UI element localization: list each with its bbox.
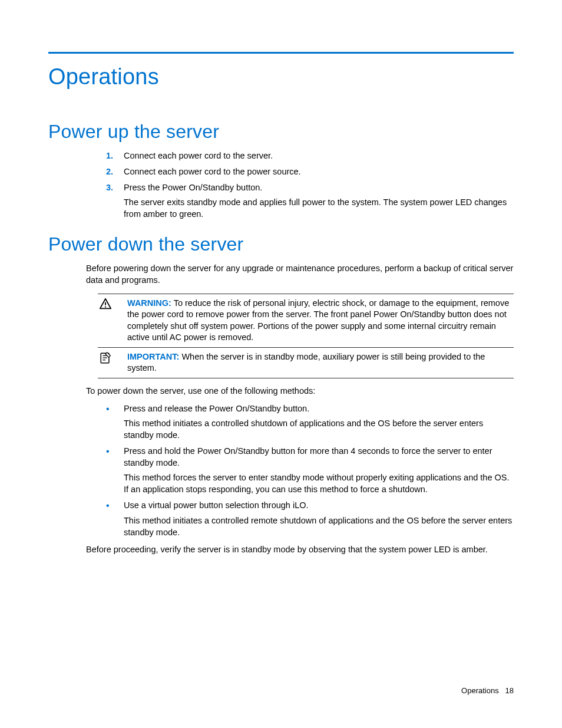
bullet-icon: •: [106, 500, 124, 538]
chapter-title: Operations: [48, 62, 514, 92]
method-secondary: This method initiates a controlled remot…: [124, 515, 514, 538]
method-body: Use a virtual power button selection thr…: [124, 500, 514, 538]
method-primary: Press and hold the Power On/Standby butt…: [124, 446, 492, 467]
bullet-icon: •: [106, 403, 124, 442]
method-1: • Press and release the Power On/Standby…: [106, 403, 514, 442]
section-power-up-body: 1. Connect each power cord to the server…: [48, 150, 514, 220]
step-text: Press the Power On/Standby button.: [124, 183, 262, 192]
power-down-closing: Before proceeding, verify the server is …: [86, 544, 514, 556]
bullet-icon: •: [106, 446, 124, 495]
method-body: Press and release the Power On/Standby b…: [124, 403, 514, 442]
warning-icon: [98, 298, 127, 311]
warning-callout: WARNING: To reduce the risk of personal …: [98, 294, 514, 348]
top-rule: [48, 52, 514, 54]
method-body: Press and hold the Power On/Standby butt…: [124, 446, 514, 495]
method-2: • Press and hold the Power On/Standby bu…: [106, 446, 514, 495]
step-1: 1. Connect each power cord to the server…: [106, 150, 514, 162]
step-number: 1.: [106, 150, 124, 162]
warning-text: To reduce the risk of personal injury, e…: [127, 298, 509, 342]
methods-intro: To power down the server, use one of the…: [86, 386, 514, 397]
svg-point-1: [105, 306, 106, 307]
method-secondary: This method initiates a controlled shutd…: [124, 418, 514, 441]
important-text: When the server is in standby mode, auxi…: [127, 352, 485, 373]
section-power-up-title: Power up the server: [48, 119, 514, 144]
method-secondary: This method forces the server to enter s…: [124, 472, 514, 495]
power-down-intro: Before powering down the server for any …: [86, 263, 514, 286]
warning-text-block: WARNING: To reduce the risk of personal …: [127, 298, 514, 344]
step-number: 2.: [106, 166, 124, 178]
important-label: IMPORTANT:: [127, 352, 179, 361]
method-primary: Press and release the Power On/Standby b…: [124, 404, 309, 413]
step-3: 3. Press the Power On/Standby button. Th…: [106, 182, 514, 220]
power-down-methods: • Press and release the Power On/Standby…: [106, 403, 514, 539]
step-text: Connect each power cord to the server.: [124, 150, 514, 162]
footer-section: Operations: [461, 686, 499, 695]
step-body: Press the Power On/Standby button. The s…: [124, 182, 514, 220]
method-3: • Use a virtual power button selection t…: [106, 500, 514, 538]
step-extra: The server exits standby mode and applie…: [124, 197, 514, 220]
note-icon: [98, 351, 127, 364]
section-power-down-title: Power down the server: [48, 232, 514, 257]
power-up-steps: 1. Connect each power cord to the server…: [106, 150, 514, 220]
page-footer: Operations 18: [461, 686, 514, 696]
section-power-down-body: Before powering down the server for any …: [48, 263, 514, 555]
footer-page: 18: [505, 686, 514, 695]
warning-label: WARNING:: [127, 298, 171, 308]
callout-group: WARNING: To reduce the risk of personal …: [98, 294, 514, 378]
important-text-block: IMPORTANT: When the server is in standby…: [127, 351, 514, 374]
step-text: Connect each power cord to the power sou…: [124, 166, 514, 178]
step-2: 2. Connect each power cord to the power …: [106, 166, 514, 178]
step-number: 3.: [106, 182, 124, 220]
document-page: Operations Power up the server 1. Connec…: [0, 0, 562, 728]
important-callout: IMPORTANT: When the server is in standby…: [98, 348, 514, 378]
method-primary: Use a virtual power button selection thr…: [124, 500, 309, 510]
